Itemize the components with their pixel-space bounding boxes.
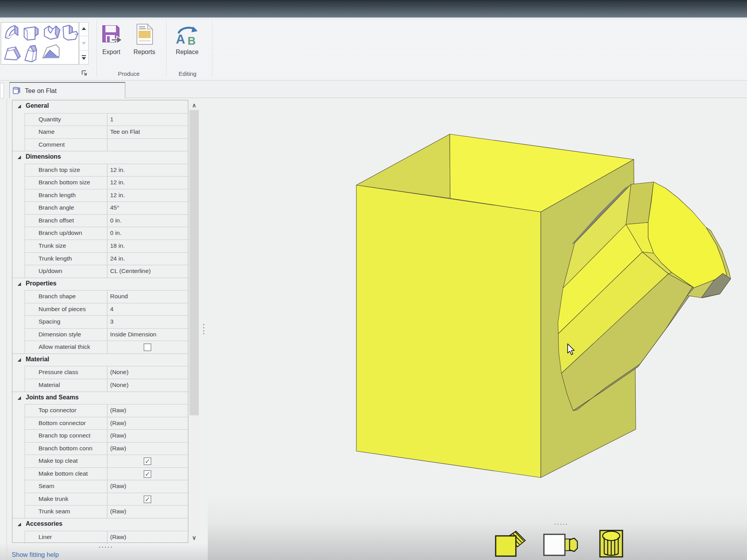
svg-text:B: B — [188, 35, 196, 46]
svg-text:A: A — [176, 32, 185, 46]
